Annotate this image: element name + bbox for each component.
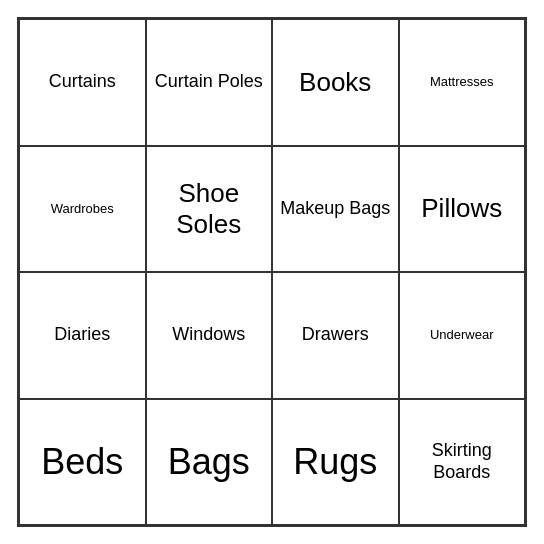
bingo-grid: CurtainsCurtain PolesBooksMattressesWard… [17,17,527,527]
cell-r0c0: Curtains [19,19,146,146]
cell-text-r0c3: Mattresses [430,74,494,90]
cell-r2c3: Underwear [399,272,526,399]
cell-r3c0: Beds [19,399,146,526]
cell-r2c2: Drawers [272,272,399,399]
cell-r3c3: Skirting Boards [399,399,526,526]
cell-r0c3: Mattresses [399,19,526,146]
cell-text-r3c1: Bags [168,440,250,483]
cell-text-r2c1: Windows [172,324,245,346]
cell-r2c0: Diaries [19,272,146,399]
cell-r2c1: Windows [146,272,273,399]
cell-text-r1c0: Wardrobes [51,201,114,217]
cell-text-r2c0: Diaries [54,324,110,346]
cell-r3c2: Rugs [272,399,399,526]
cell-text-r3c3: Skirting Boards [406,440,519,483]
cell-text-r1c3: Pillows [421,193,502,224]
cell-text-r1c2: Makeup Bags [280,198,390,220]
cell-r3c1: Bags [146,399,273,526]
cell-text-r1c1: Shoe Soles [153,178,266,240]
cell-r0c1: Curtain Poles [146,19,273,146]
cell-r1c0: Wardrobes [19,146,146,273]
cell-r1c3: Pillows [399,146,526,273]
cell-r0c2: Books [272,19,399,146]
cell-r1c2: Makeup Bags [272,146,399,273]
cell-text-r2c3: Underwear [430,327,494,343]
cell-text-r0c1: Curtain Poles [155,71,263,93]
cell-r1c1: Shoe Soles [146,146,273,273]
cell-text-r0c0: Curtains [49,71,116,93]
cell-text-r3c0: Beds [41,440,123,483]
cell-text-r2c2: Drawers [302,324,369,346]
cell-text-r0c2: Books [299,67,371,98]
cell-text-r3c2: Rugs [293,440,377,483]
